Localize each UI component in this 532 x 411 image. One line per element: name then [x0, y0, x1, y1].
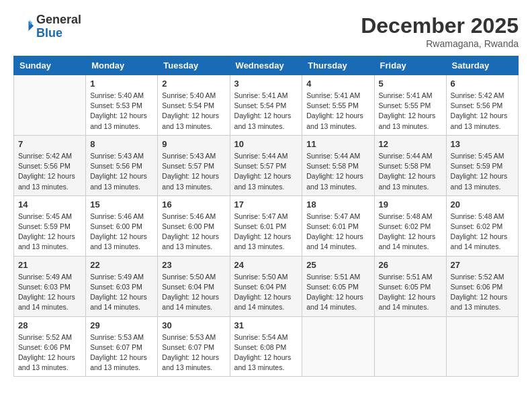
sunrise-text: Sunrise: 5:44 AM: [234, 152, 288, 160]
day-number: 3: [234, 79, 298, 89]
sunset-text: Sunset: 6:00 PM: [90, 222, 142, 230]
calendar-cell: 4 Sunrise: 5:41 AM Sunset: 5:55 PM Dayli…: [302, 75, 374, 136]
sunset-text: Sunset: 6:06 PM: [451, 283, 503, 291]
calendar-cell: 16 Sunrise: 5:46 AM Sunset: 6:00 PM Dayl…: [158, 195, 230, 256]
sunrise-text: Sunrise: 5:44 AM: [379, 152, 433, 160]
calendar-cell: 8 Sunrise: 5:43 AM Sunset: 5:56 PM Dayli…: [86, 135, 158, 195]
daylight-text: Daylight: 12 hours and 14 minutes.: [379, 232, 436, 250]
calendar-cell: 15 Sunrise: 5:46 AM Sunset: 6:00 PM Dayl…: [86, 195, 158, 256]
daylight-text: Daylight: 12 hours and 14 minutes.: [306, 293, 363, 311]
calendar-cell: 7 Sunrise: 5:42 AM Sunset: 5:56 PM Dayli…: [14, 135, 86, 195]
sunset-text: Sunset: 6:08 PM: [234, 343, 287, 351]
day-info: Sunrise: 5:43 AM Sunset: 5:56 PM Dayligh…: [90, 151, 153, 192]
calendar-header-row: SundayMondayTuesdayWednesdayThursdayFrid…: [14, 56, 519, 75]
sunrise-text: Sunrise: 5:48 AM: [451, 212, 504, 220]
calendar-table: SundayMondayTuesdayWednesdayThursdayFrid…: [13, 56, 519, 377]
day-number: 14: [18, 199, 81, 210]
sunrise-text: Sunrise: 5:46 AM: [90, 212, 144, 220]
sunset-text: Sunset: 6:07 PM: [90, 343, 142, 351]
calendar-cell: 19 Sunrise: 5:48 AM Sunset: 6:02 PM Dayl…: [374, 195, 446, 256]
day-info: Sunrise: 5:49 AM Sunset: 6:03 PM Dayligh…: [18, 272, 81, 313]
sunrise-text: Sunrise: 5:45 AM: [18, 212, 72, 220]
day-info: Sunrise: 5:44 AM Sunset: 5:58 PM Dayligh…: [306, 151, 369, 192]
day-info: Sunrise: 5:52 AM Sunset: 6:06 PM Dayligh…: [18, 332, 81, 373]
title-block: December 2025 Rwamagana, Rwanda: [361, 13, 519, 49]
sunset-text: Sunset: 6:06 PM: [18, 343, 71, 351]
sunrise-text: Sunrise: 5:45 AM: [451, 152, 504, 160]
weekday-header-sunday: Sunday: [14, 56, 86, 75]
day-info: Sunrise: 5:54 AM Sunset: 6:08 PM Dayligh…: [234, 332, 298, 373]
day-number: 8: [90, 139, 153, 149]
calendar-cell: 26 Sunrise: 5:51 AM Sunset: 6:05 PM Dayl…: [374, 256, 446, 316]
sunset-text: Sunset: 6:02 PM: [379, 222, 431, 230]
day-number: 12: [379, 139, 442, 149]
day-info: Sunrise: 5:41 AM Sunset: 5:55 PM Dayligh…: [379, 91, 442, 132]
day-number: 5: [379, 79, 442, 89]
calendar-week-row: 14 Sunrise: 5:45 AM Sunset: 5:59 PM Dayl…: [14, 195, 519, 256]
daylight-text: Daylight: 12 hours and 13 minutes.: [451, 172, 508, 190]
weekday-header-monday: Monday: [86, 56, 158, 75]
day-info: Sunrise: 5:41 AM Sunset: 5:55 PM Dayligh…: [306, 91, 369, 132]
daylight-text: Daylight: 12 hours and 13 minutes.: [379, 172, 436, 190]
weekday-header-wednesday: Wednesday: [230, 56, 302, 75]
sunrise-text: Sunrise: 5:50 AM: [162, 273, 216, 281]
day-number: 2: [162, 79, 225, 89]
daylight-text: Daylight: 12 hours and 14 minutes.: [306, 232, 363, 250]
daylight-text: Daylight: 12 hours and 14 minutes.: [90, 293, 147, 311]
sunrise-text: Sunrise: 5:42 AM: [18, 152, 72, 160]
sunrise-text: Sunrise: 5:52 AM: [451, 273, 504, 281]
page-header: General Blue December 2025 Rwamagana, Rw…: [13, 13, 519, 49]
sunset-text: Sunset: 6:03 PM: [90, 283, 142, 291]
calendar-cell: 2 Sunrise: 5:40 AM Sunset: 5:54 PM Dayli…: [158, 75, 230, 136]
sunrise-text: Sunrise: 5:40 AM: [90, 91, 144, 99]
day-number: 20: [451, 199, 514, 210]
calendar-cell: 21 Sunrise: 5:49 AM Sunset: 6:03 PM Dayl…: [14, 256, 86, 316]
day-info: Sunrise: 5:50 AM Sunset: 6:04 PM Dayligh…: [162, 272, 225, 313]
daylight-text: Daylight: 12 hours and 13 minutes.: [90, 172, 147, 190]
sunset-text: Sunset: 5:54 PM: [162, 101, 214, 109]
day-number: 26: [379, 260, 442, 270]
weekday-header-thursday: Thursday: [302, 56, 374, 75]
sunrise-text: Sunrise: 5:46 AM: [162, 212, 216, 220]
day-info: Sunrise: 5:44 AM Sunset: 5:58 PM Dayligh…: [379, 151, 442, 192]
daylight-text: Daylight: 12 hours and 13 minutes.: [451, 293, 508, 311]
sunrise-text: Sunrise: 5:52 AM: [18, 333, 72, 341]
day-number: 28: [18, 320, 81, 330]
day-info: Sunrise: 5:40 AM Sunset: 5:54 PM Dayligh…: [162, 91, 225, 132]
sunset-text: Sunset: 6:01 PM: [306, 222, 359, 230]
daylight-text: Daylight: 12 hours and 14 minutes.: [451, 232, 508, 250]
daylight-text: Daylight: 12 hours and 13 minutes.: [234, 172, 292, 190]
daylight-text: Daylight: 12 hours and 13 minutes.: [451, 111, 508, 130]
sunrise-text: Sunrise: 5:41 AM: [379, 91, 433, 99]
sunrise-text: Sunrise: 5:51 AM: [379, 273, 433, 281]
calendar-cell: [446, 316, 518, 377]
day-number: 13: [451, 139, 514, 149]
daylight-text: Daylight: 12 hours and 13 minutes.: [162, 232, 219, 250]
day-info: Sunrise: 5:43 AM Sunset: 5:57 PM Dayligh…: [162, 151, 225, 192]
day-info: Sunrise: 5:45 AM Sunset: 5:59 PM Dayligh…: [451, 151, 514, 192]
day-info: Sunrise: 5:42 AM Sunset: 5:56 PM Dayligh…: [18, 151, 81, 192]
sunrise-text: Sunrise: 5:42 AM: [451, 91, 504, 99]
daylight-text: Daylight: 12 hours and 13 minutes.: [234, 111, 292, 130]
daylight-text: Daylight: 12 hours and 13 minutes.: [18, 232, 75, 250]
sunset-text: Sunset: 6:00 PM: [162, 222, 214, 230]
calendar-cell: 28 Sunrise: 5:52 AM Sunset: 6:06 PM Dayl…: [14, 316, 86, 377]
daylight-text: Daylight: 12 hours and 14 minutes.: [379, 293, 436, 311]
sunrise-text: Sunrise: 5:43 AM: [90, 152, 144, 160]
day-info: Sunrise: 5:47 AM Sunset: 6:01 PM Dayligh…: [306, 212, 369, 253]
calendar-cell: 31 Sunrise: 5:54 AM Sunset: 6:08 PM Dayl…: [230, 316, 302, 377]
daylight-text: Daylight: 12 hours and 13 minutes.: [90, 111, 147, 130]
calendar-cell: 18 Sunrise: 5:47 AM Sunset: 6:01 PM Dayl…: [302, 195, 374, 256]
day-info: Sunrise: 5:51 AM Sunset: 6:05 PM Dayligh…: [306, 272, 369, 313]
calendar-cell: 11 Sunrise: 5:44 AM Sunset: 5:58 PM Dayl…: [302, 135, 374, 195]
day-number: 27: [451, 260, 514, 270]
calendar-cell: [374, 316, 446, 377]
day-number: 17: [234, 199, 298, 210]
daylight-text: Daylight: 12 hours and 13 minutes.: [379, 111, 436, 130]
day-info: Sunrise: 5:48 AM Sunset: 6:02 PM Dayligh…: [379, 212, 442, 253]
sunset-text: Sunset: 6:05 PM: [379, 283, 431, 291]
calendar-cell: 23 Sunrise: 5:50 AM Sunset: 6:04 PM Dayl…: [158, 256, 230, 316]
daylight-text: Daylight: 12 hours and 14 minutes.: [234, 293, 292, 311]
sunrise-text: Sunrise: 5:50 AM: [234, 273, 288, 281]
calendar-cell: 29 Sunrise: 5:53 AM Sunset: 6:07 PM Dayl…: [86, 316, 158, 377]
